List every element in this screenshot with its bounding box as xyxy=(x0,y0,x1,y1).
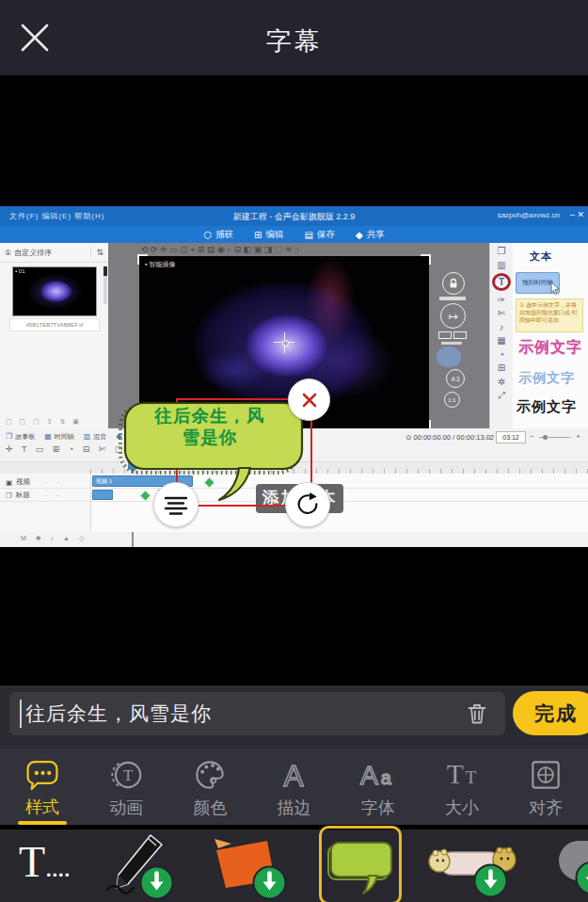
lock-icon xyxy=(442,272,465,295)
tab-label: 字体 xyxy=(361,797,395,819)
zoom-in-icon: + xyxy=(576,432,580,441)
palette-icon xyxy=(190,755,230,795)
strip-icon-gear: ✲ xyxy=(498,377,505,387)
sticker-plain-text[interactable]: T.... xyxy=(19,837,70,887)
step-save: ▤保存 xyxy=(304,229,334,241)
view-storyboard: ❐故事板 xyxy=(6,432,35,442)
rotate-arrow-icon xyxy=(294,491,322,519)
delete-x-icon xyxy=(300,391,319,410)
delete-caption-button[interactable] xyxy=(288,379,330,421)
style-bubble-icon xyxy=(23,755,62,794)
tab-font[interactable]: A a 字体 xyxy=(336,749,420,825)
capture-icon: ⬡ xyxy=(203,230,212,240)
step-share: ◆共享 xyxy=(356,229,385,241)
download-badge[interactable] xyxy=(575,861,588,895)
download-badge[interactable] xyxy=(139,865,174,900)
sort-badge-icon: ① xyxy=(5,249,11,257)
thumbnail-badge: ▪ 01 xyxy=(15,268,24,274)
strip-icon-expand: ⤢ xyxy=(498,390,505,401)
sort-label: 自定义排序 xyxy=(14,248,52,258)
sample-text-pink: 示例文字 xyxy=(518,338,582,358)
text-align-button[interactable] xyxy=(153,482,199,527)
tab-label: 大小 xyxy=(445,797,479,819)
subtitle-editor-screen: 字幕 文件(F) 编辑(E) 帮助(H) 新建工程 - 会声会影旗舰版 2.2.… xyxy=(0,0,588,902)
tab-label: 动画 xyxy=(109,797,143,819)
text-panel: 文本 拖到时间轴 ① 选中示例文字，并将 其拖放到预览窗口或 时间轴中即可添加 … xyxy=(513,243,588,428)
sticker-green-bubble-selected[interactable] xyxy=(326,835,397,897)
strip-icon-scissors: ✄ xyxy=(498,308,505,318)
layout-label-bar xyxy=(441,342,462,345)
strip-icon-music: ♪ xyxy=(500,322,504,332)
handle-top-left xyxy=(137,254,148,265)
align-target-icon xyxy=(526,755,565,795)
view-timeline: ▦时间轴 xyxy=(44,432,74,442)
editor-menubar: 文件(F) 编辑(E) 帮助(H) 新建工程 - 会声会影旗舰版 2.2.9 s… xyxy=(0,206,588,226)
pointer-blob xyxy=(437,346,461,367)
note-icon: ① xyxy=(519,302,524,308)
download-badge[interactable] xyxy=(252,865,287,900)
svg-text:T: T xyxy=(447,759,464,789)
strip-icon-panel: ▥ xyxy=(497,260,505,270)
tab-outline[interactable]: A 描边 xyxy=(252,749,336,825)
title-tool-icon-circled: T xyxy=(492,273,511,291)
tool-strip: ❐ ▥ T ✑ ✄ ♪ ▦ ◔ ⊞ ✲ ⤢ xyxy=(489,243,513,428)
tab-align[interactable]: 对齐 xyxy=(504,749,588,825)
tab-size[interactable]: T T 大小 xyxy=(420,749,503,825)
strip-icon-page: ❐ xyxy=(498,246,506,256)
download-badge[interactable] xyxy=(473,863,508,898)
svg-text:a: a xyxy=(381,768,392,789)
align-lines-icon xyxy=(163,491,189,518)
caption-text-input[interactable]: 往后余生，风雪是你 xyxy=(9,692,505,735)
close-icon[interactable] xyxy=(17,20,53,56)
handle-top-right xyxy=(421,254,431,265)
edit-icon: ⊞ xyxy=(254,230,262,240)
page-title: 字幕 xyxy=(266,24,323,58)
trash-icon[interactable] xyxy=(464,701,490,727)
video-track-label: ▣视频 · · xyxy=(6,477,63,487)
strip-icon-clock: ◔ xyxy=(499,349,504,360)
editor-account: sazpvh@axvwz.cn xyxy=(498,211,560,219)
sample-text-black: 示例文字 xyxy=(516,398,577,416)
done-button[interactable]: 完成 xyxy=(513,691,588,735)
aspect-label-bar xyxy=(439,297,466,300)
share-icon: ◆ xyxy=(356,230,363,240)
editor-stepbar: ⬡捕获 ⊞编辑 ▤保存 ◆共享 xyxy=(0,226,588,243)
library-sort-bar: ① 自定义排序 ⇅ xyxy=(0,243,108,263)
tab-label: 对齐 xyxy=(529,797,563,819)
save-icon: ▤ xyxy=(304,230,312,240)
zoom-out-icon: − xyxy=(530,432,534,441)
outline-a-icon: A xyxy=(274,755,313,795)
aspect-4-3-button: 4:3 xyxy=(446,369,465,388)
resize-arrow-icon: ↦ xyxy=(440,303,466,329)
tab-label: 颜色 xyxy=(193,797,227,819)
tip-note: ① 选中示例文字，并将 其拖放到预览窗口或 时间轴中即可添加 xyxy=(516,298,583,332)
animation-icon: T xyxy=(106,755,146,795)
timeline-footer-icons: M ✚ ♪ ▲ ◇ xyxy=(21,535,84,542)
header: 字幕 xyxy=(0,0,588,75)
editor-menus: 文件(F) 编辑(E) 帮助(H) xyxy=(9,211,104,221)
tab-style[interactable]: 样式 xyxy=(0,749,84,825)
clip-thumbnail: ▪ 01 xyxy=(12,266,97,316)
duration-box: 03:12 xyxy=(496,431,526,443)
text-cursor xyxy=(20,700,22,728)
caption-input-value: 往后余生，风雪是你 xyxy=(25,692,212,735)
svg-text:A: A xyxy=(284,759,304,793)
clip-filename: 45B1TEB7TVAB8EF.vf xyxy=(9,318,100,331)
tab-label: 描边 xyxy=(277,797,310,819)
caption-text[interactable]: 往后余生，风 雪是你 xyxy=(130,405,290,448)
size-tt-icon: T T xyxy=(442,755,482,795)
window-buttons: – ✕ xyxy=(570,210,584,219)
font-aa-icon: A a xyxy=(358,755,398,795)
layout-rect-buttons xyxy=(438,331,467,339)
sample-text-blue: 示例文字 xyxy=(518,370,575,387)
library-footer-icons: ▢ ▢ ▢ ↥ ⇅ ▣ xyxy=(6,418,79,426)
filter-icon: ⇅ xyxy=(90,248,103,257)
text-panel-title: 文本 xyxy=(530,250,552,264)
style-tabbar: 样式 T 动画 颜色 A 描边 xyxy=(0,749,588,825)
svg-text:T: T xyxy=(123,766,133,784)
rotate-scale-button[interactable] xyxy=(285,482,330,527)
svg-text:T: T xyxy=(466,767,477,787)
tab-animation[interactable]: T 动画 xyxy=(84,749,167,825)
tab-color[interactable]: 颜色 xyxy=(168,749,252,825)
title-track-label: ❐标题 · · xyxy=(6,491,63,500)
